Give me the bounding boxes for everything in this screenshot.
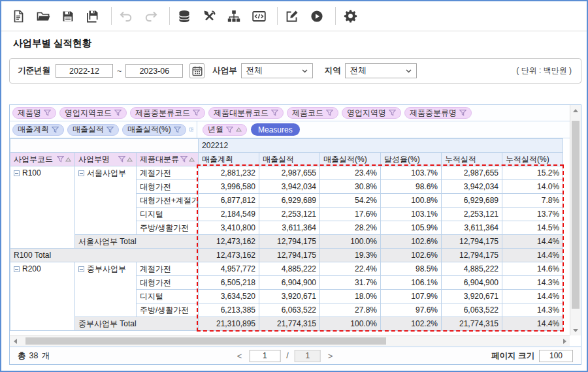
database-icon[interactable] bbox=[176, 8, 192, 24]
division-code-cell: R100 bbox=[10, 166, 75, 249]
row-field-chip[interactable]: 제품코드 bbox=[287, 107, 338, 119]
current-page-input[interactable] bbox=[249, 350, 280, 362]
row-field-chip[interactable]: 제품중분류코드 bbox=[130, 107, 205, 119]
horizontal-scroll-thumb[interactable] bbox=[25, 337, 386, 345]
row-header[interactable]: 사업부명 bbox=[75, 153, 137, 166]
measure-field-chip[interactable]: 매출실적(%) bbox=[122, 124, 186, 136]
filter-funnel-icon bbox=[106, 127, 114, 133]
value-cell: 12,794,175 bbox=[259, 235, 320, 249]
measures-button[interactable]: Measures bbox=[251, 123, 300, 136]
row-field-chip[interactable]: 제품명 bbox=[12, 107, 56, 119]
filter-funnel-icon bbox=[174, 127, 181, 133]
column-header[interactable]: 매출실적(%) bbox=[320, 153, 381, 166]
value-cell: 12,794,175 bbox=[442, 249, 502, 262]
save-all-icon[interactable] bbox=[85, 8, 101, 24]
row-field-chip[interactable]: 영업지역코드 bbox=[59, 107, 127, 119]
value-cell: 2,184,549 bbox=[199, 208, 259, 221]
row-field-chip[interactable]: 제품중분류명 bbox=[404, 107, 472, 119]
value-cell: 97.6% bbox=[381, 303, 442, 317]
measure-field-chip[interactable]: 매출실적 bbox=[67, 124, 119, 136]
vertical-scroll-thumb[interactable] bbox=[572, 121, 580, 309]
run-icon[interactable] bbox=[309, 8, 325, 24]
value-cell: 3,942,034 bbox=[442, 180, 502, 194]
filter-funnel-icon bbox=[57, 156, 64, 163]
scroll-down-arrow[interactable] bbox=[570, 325, 581, 335]
column-header[interactable]: 달성율(%) bbox=[381, 153, 442, 166]
tools-icon[interactable] bbox=[201, 8, 217, 24]
chip-label: 제품대분류코드 bbox=[214, 108, 269, 119]
value-cell: 103.7% bbox=[381, 166, 442, 180]
subtotal-row: 서울사업부 Total12,473,16212,794,175100.0%102… bbox=[10, 235, 563, 249]
column-header[interactable]: 누적실적(%) bbox=[502, 153, 563, 166]
value-cell: 21,774,315 bbox=[259, 317, 320, 331]
open-folder-icon[interactable] bbox=[35, 8, 51, 24]
collapse-toggle-icon[interactable] bbox=[14, 170, 20, 176]
scroll-right-arrow[interactable] bbox=[559, 336, 570, 346]
measure-field-chip[interactable]: 매출계획 bbox=[12, 124, 64, 136]
row-field-chip[interactable]: 제품대분류코드 bbox=[208, 107, 284, 119]
calendar-button[interactable] bbox=[189, 63, 204, 78]
page-size-control: 페이지 크기 bbox=[491, 350, 573, 362]
chip-label: 영업지역명 bbox=[347, 108, 386, 119]
value-cell: 14.4% bbox=[502, 290, 563, 303]
region-label: 지역 bbox=[325, 65, 341, 76]
value-cell: 7.8% bbox=[502, 194, 563, 208]
column-header[interactable]: 매출실적 bbox=[259, 153, 320, 166]
value-cell: 17.6% bbox=[320, 208, 381, 221]
vertical-scrollbar[interactable] bbox=[570, 105, 581, 335]
column-field-chip[interactable]: 년월 bbox=[203, 124, 247, 136]
value-cell: 6,929,689 bbox=[259, 194, 320, 208]
horizontal-scrollbar[interactable] bbox=[10, 335, 570, 346]
grand-total-label: R100 Total bbox=[10, 249, 199, 262]
collapse-toggle-icon[interactable] bbox=[14, 266, 20, 272]
pivot-layout-icon[interactable] bbox=[189, 125, 193, 134]
value-cell: 3,996,580 bbox=[199, 180, 259, 194]
category-cell: 대형가전+계절가전 bbox=[137, 194, 199, 208]
sitemap-icon[interactable] bbox=[226, 8, 242, 24]
code-editor-icon[interactable] bbox=[251, 8, 267, 24]
toolbar-separator bbox=[169, 7, 170, 25]
next-page-button[interactable]: > bbox=[327, 351, 335, 361]
total-label: 총 bbox=[18, 350, 26, 362]
value-cell: 3,942,034 bbox=[259, 180, 320, 194]
total-count: 38 bbox=[29, 351, 39, 360]
value-cell: 14.4% bbox=[502, 235, 563, 249]
row-field-chip[interactable]: 영업지역명 bbox=[342, 107, 401, 119]
save-icon[interactable] bbox=[60, 8, 76, 24]
new-document-icon[interactable] bbox=[10, 8, 26, 24]
row-header[interactable]: 사업부코드 bbox=[10, 153, 75, 166]
chip-label: 제품명 bbox=[18, 108, 41, 119]
filter-bar: 기준년월 ~ 사업부 전체 지역 전체 ( 단위 : 백만원 ) bbox=[9, 58, 581, 84]
scroll-left-arrow[interactable] bbox=[10, 336, 20, 346]
edit-icon[interactable] bbox=[284, 8, 300, 24]
settings-icon[interactable] bbox=[342, 8, 358, 24]
value-cell: 6,877,812 bbox=[199, 194, 259, 208]
column-header[interactable]: 매출계획 bbox=[199, 153, 259, 166]
collapse-toggle-icon[interactable] bbox=[78, 170, 84, 176]
filter-funnel-icon bbox=[271, 110, 278, 116]
period-tilde: ~ bbox=[117, 67, 122, 76]
collapse-toggle-icon[interactable] bbox=[78, 266, 84, 272]
row-header[interactable]: 제품대분류 bbox=[137, 153, 199, 166]
division-select[interactable]: 전체 bbox=[241, 63, 313, 78]
toolbar-separator bbox=[277, 7, 278, 25]
region-select[interactable]: 전체 bbox=[345, 63, 417, 78]
page-title: 사업부별 실적현황 bbox=[13, 37, 91, 50]
value-cell: 100.0% bbox=[320, 235, 381, 249]
period-to-input[interactable] bbox=[125, 64, 183, 78]
toolbar-separator bbox=[335, 7, 336, 25]
value-cell: 12,794,175 bbox=[442, 235, 502, 249]
value-cell: 14.4% bbox=[502, 317, 563, 331]
value-cell: 15.2% bbox=[502, 166, 563, 180]
value-cell: 3,611,364 bbox=[442, 221, 502, 235]
value-cell: 27.8% bbox=[320, 303, 381, 317]
page-size-input[interactable] bbox=[539, 350, 573, 362]
value-cell: 98.6% bbox=[381, 180, 442, 194]
period-from-input[interactable] bbox=[56, 64, 113, 78]
value-cell: 105.9% bbox=[381, 221, 442, 235]
chip-label: 영업지역코드 bbox=[65, 108, 112, 119]
scroll-up-arrow[interactable] bbox=[570, 105, 581, 116]
column-header[interactable]: 누적실적 bbox=[442, 153, 502, 166]
prev-page-button[interactable]: < bbox=[236, 351, 244, 361]
division-code-cell: R200 bbox=[10, 262, 75, 331]
